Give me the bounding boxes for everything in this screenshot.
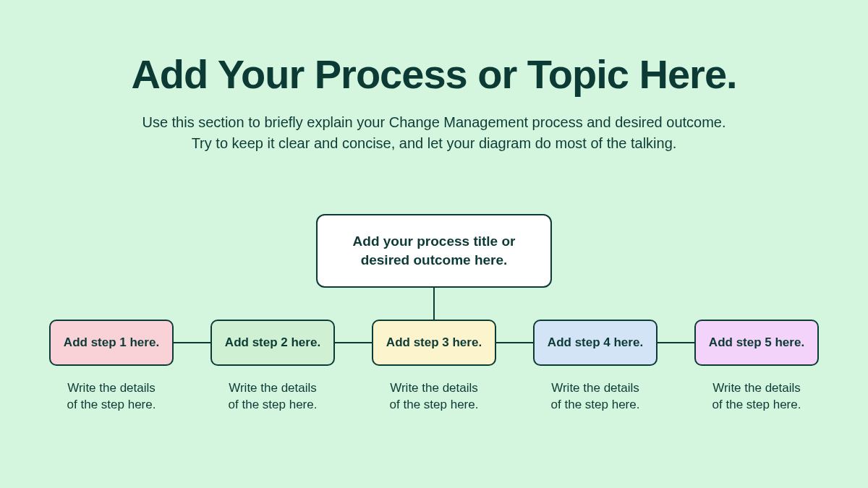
step-2: Add step 2 here. Write the details of th… bbox=[210, 320, 335, 414]
step-2-detail: Write the details of the step here. bbox=[229, 380, 318, 414]
step-4-detail: Write the details of the step here. bbox=[551, 380, 640, 414]
step-1-label: Add step 1 here. bbox=[64, 335, 159, 350]
vertical-connector bbox=[433, 288, 435, 320]
step-3-detail-l2: of the step here. bbox=[390, 398, 479, 411]
step-5-detail-l2: of the step here. bbox=[712, 398, 801, 411]
step-1-box: Add step 1 here. bbox=[49, 320, 174, 366]
step-3: Add step 3 here. Write the details of th… bbox=[372, 320, 496, 414]
step-5: Add step 5 here. Write the details of th… bbox=[694, 320, 819, 414]
step-2-label: Add step 2 here. bbox=[225, 335, 320, 350]
step-5-detail-l1: Write the details bbox=[712, 381, 801, 395]
step-1-detail: Write the details of the step here. bbox=[67, 380, 156, 414]
step-4-box: Add step 4 here. bbox=[533, 320, 658, 366]
step-2-detail-l1: Write the details bbox=[229, 381, 317, 395]
page-title: Add Your Process or Topic Here. bbox=[0, 51, 868, 98]
step-3-box: Add step 3 here. bbox=[372, 320, 496, 366]
step-4-label: Add step 4 here. bbox=[548, 335, 643, 350]
step-5-label: Add step 5 here. bbox=[709, 335, 804, 350]
subtitle-line-1: Use this section to briefly explain your… bbox=[142, 114, 726, 130]
step-4: Add step 4 here. Write the details of th… bbox=[533, 320, 658, 414]
step-5-box: Add step 5 here. bbox=[694, 320, 819, 366]
step-1: Add step 1 here. Write the details of th… bbox=[49, 320, 174, 414]
step-1-detail-l2: of the step here. bbox=[67, 398, 156, 411]
step-5-detail: Write the details of the step here. bbox=[712, 380, 801, 414]
subtitle-line-2: Try to keep it clear and concise, and le… bbox=[192, 135, 677, 151]
step-2-detail-l2: of the step here. bbox=[229, 398, 318, 411]
step-3-detail-l1: Write the details bbox=[390, 381, 478, 395]
step-3-detail: Write the details of the step here. bbox=[390, 380, 479, 414]
outcome-text: Add your process title or desired outcom… bbox=[332, 232, 536, 269]
step-2-box: Add step 2 here. bbox=[210, 320, 335, 366]
step-1-detail-l1: Write the details bbox=[67, 381, 156, 395]
steps-row: Add step 1 here. Write the details of th… bbox=[49, 320, 819, 414]
step-4-detail-l1: Write the details bbox=[551, 381, 639, 395]
step-4-detail-l2: of the step here. bbox=[551, 398, 640, 411]
step-3-label: Add step 3 here. bbox=[386, 335, 482, 350]
outcome-box: Add your process title or desired outcom… bbox=[316, 214, 552, 288]
page-subtitle: Use this section to briefly explain your… bbox=[0, 112, 868, 154]
